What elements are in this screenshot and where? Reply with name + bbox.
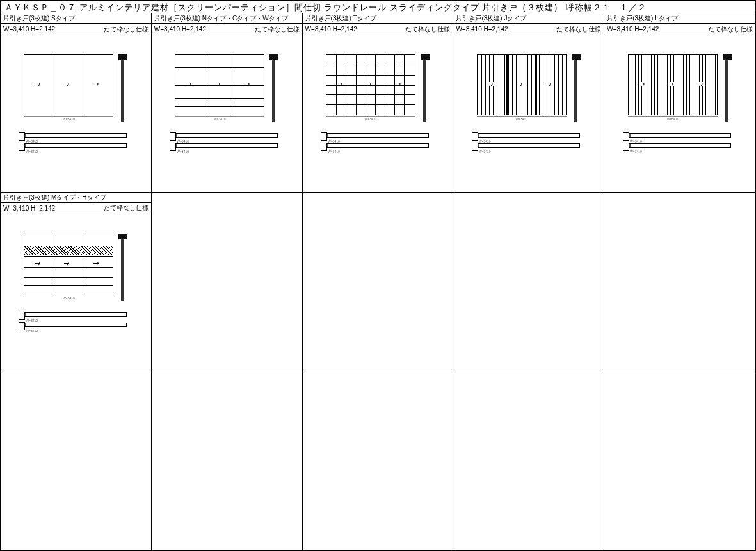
spec-label: たて枠なし仕様 [104, 204, 149, 212]
arrow-icon [366, 82, 374, 86]
drawing-area: W=3410 W=3410 W=3410 [303, 35, 453, 192]
elevation-front [24, 234, 113, 294]
cell-m: 片引き戸(3枚建) Mタイプ・Hタイプ W=3,410 H=2,142 たて枠な… [1, 193, 152, 372]
cell-j: 片引き戸(3枚建) Jタイプ W=3,410 H=2,142 たて枠なし仕様 [453, 13, 604, 193]
spec-label: たて枠なし仕様 [708, 25, 753, 34]
cell-header: 片引き戸(3枚建) Sタイプ [1, 13, 151, 24]
cell-header: 片引き戸(3枚建) Nタイプ・Cタイプ・Wタイプ [152, 13, 302, 24]
spec-label: たて枠なし仕様 [104, 25, 149, 34]
dim-label: W=3,410 H=2,142 [3, 205, 55, 212]
cell-header: 片引き戸(3枚建) Jタイプ [453, 13, 604, 24]
cell-header: 片引き戸(3枚建) Mタイプ・Hタイプ [1, 193, 151, 203]
empty-cell [303, 371, 454, 550]
drawing-area: W=3410 W=3410 W=3410 [1, 35, 151, 192]
width-dim: W=3410 [477, 116, 567, 122]
elevation-front [175, 54, 264, 115]
arrow-icon [488, 82, 495, 86]
empty-cell [453, 193, 604, 372]
elevation-front [628, 54, 718, 115]
cell-header: 片引き戸(3枚建) Lタイプ [604, 13, 755, 24]
arrow-icon [396, 82, 403, 86]
elevation-side [421, 58, 430, 122]
arrow-icon [337, 82, 345, 86]
arrow-icon [93, 261, 101, 266]
drawing-area: W=3410 W=3410 W=3410 [152, 35, 302, 192]
plan-bottom [24, 143, 127, 148]
catalog-page: ＡＹＫＳＰ＿０７ アルミインテリア建材［スクリーンパーティション］間仕切 ラウン… [0, 0, 756, 551]
elevation-front [477, 54, 567, 115]
arrow-icon [517, 82, 525, 86]
cell-l: 片引き戸(3枚建) Lタイプ W=3,410 H=2,142 たて枠なし仕様 W… [604, 13, 755, 193]
arrow-icon [698, 82, 705, 86]
plan-top [175, 133, 278, 138]
plan-dim: W=3410 [479, 150, 586, 154]
elevation-side [723, 58, 732, 122]
arrow-icon [93, 82, 101, 86]
arrow-icon [35, 82, 43, 86]
arrow-icon [64, 261, 72, 266]
width-dim: W=3410 [24, 116, 113, 122]
empty-cell [453, 371, 604, 550]
empty-cell [303, 193, 454, 372]
plan-views: W=3410 W=3410 [471, 133, 586, 154]
plan-views: W=3410 W=3410 [18, 312, 133, 333]
plan-dim: W=3410 [26, 150, 133, 154]
plan-top [24, 133, 127, 138]
cell-subheader: W=3,410 H=2,142 たて枠なし仕様 [1, 203, 151, 214]
plan-dim: W=3410 [630, 150, 737, 154]
drawing-area: W=3410 W=3410 W=3410 [1, 214, 151, 371]
spec-label: たて枠なし仕様 [255, 25, 300, 34]
width-dim: W=3410 [628, 116, 718, 122]
product-grid: 片引き戸(3枚建) Sタイプ W=3,410 H=2,142 たて枠なし仕様 [1, 13, 755, 550]
plan-views: W=3410 W=3410 [18, 133, 133, 154]
drawing-area: W=3410 W=3410 W=3410 [604, 35, 755, 192]
plan-bottom [478, 143, 580, 148]
cell-subheader: W=3,410 H=2,142 たて枠なし仕様 [604, 24, 755, 35]
elevation-side [269, 58, 278, 122]
elevation-side [572, 58, 581, 122]
elevation-front [24, 54, 113, 115]
width-dim: W=3410 [175, 116, 264, 122]
arrow-icon [186, 82, 194, 86]
cell-subheader: W=3,410 H=2,142 たて枠なし仕様 [453, 24, 604, 35]
spec-label: たて枠なし仕様 [405, 25, 450, 34]
plan-bottom [24, 323, 127, 327]
arrow-icon [668, 82, 676, 86]
elevation-front [326, 54, 415, 115]
cell-t: 片引き戸(3枚建) Tタイプ W=3,410 H=2,142 たて枠なし仕様 [303, 13, 454, 193]
arrow-icon [546, 82, 554, 86]
cell-subheader: W=3,410 H=2,142 たて枠なし仕様 [1, 24, 151, 35]
dim-label: W=3,410 H=2,142 [607, 26, 659, 33]
plan-dim: W=3410 [26, 329, 133, 333]
plan-top [24, 312, 127, 317]
plan-views: W=3410 W=3410 [622, 133, 737, 154]
empty-cell [152, 193, 303, 372]
width-dim: W=3410 [326, 116, 415, 122]
elevation-side [118, 237, 127, 301]
arrow-icon [64, 82, 72, 86]
elevation-side [118, 58, 127, 122]
plan-views: W=3410 W=3410 [169, 133, 284, 154]
arrow-icon [245, 82, 252, 86]
arrow-icon [639, 82, 647, 86]
plan-views: W=3410 W=3410 [320, 133, 435, 154]
plan-dim: W=3410 [177, 150, 284, 154]
page-title: ＡＹＫＳＰ＿０７ アルミインテリア建材［スクリーンパーティション］間仕切 ラウン… [1, 1, 755, 13]
cell-s: 片引き戸(3枚建) Sタイプ W=3,410 H=2,142 たて枠なし仕様 [1, 13, 152, 193]
cell-header: 片引き戸(3枚建) Tタイプ [303, 13, 453, 24]
empty-cell [604, 371, 755, 550]
plan-bottom [326, 143, 429, 148]
arrow-icon [215, 82, 223, 86]
plan-top [478, 133, 580, 138]
width-dim: W=3410 [24, 296, 113, 301]
dim-label: W=3,410 H=2,142 [154, 26, 206, 33]
cell-subheader: W=3,410 H=2,142 たて枠なし仕様 [152, 24, 302, 35]
dim-label: W=3,410 H=2,142 [3, 26, 55, 33]
plan-bottom [629, 143, 731, 148]
spec-label: たて枠なし仕様 [556, 25, 601, 34]
empty-cell [1, 371, 152, 550]
plan-bottom [175, 143, 278, 148]
arrow-icon [35, 261, 43, 266]
empty-cell [152, 371, 303, 550]
empty-cell [604, 193, 755, 372]
